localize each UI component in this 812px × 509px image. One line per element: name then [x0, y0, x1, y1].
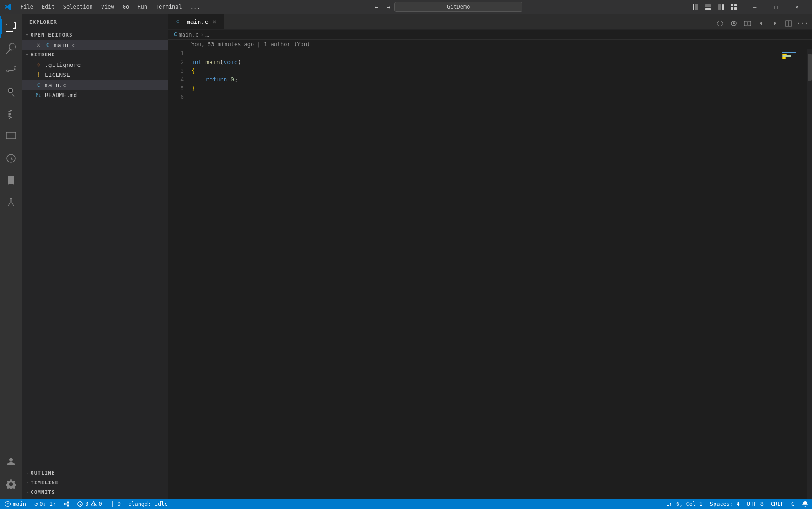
- menu-file[interactable]: File: [16, 2, 37, 11]
- status-encoding-label: UTF-8: [747, 501, 764, 507]
- breadcrumb-file-icon: C: [174, 32, 177, 38]
- code-line-5: }: [191, 84, 780, 92]
- navigate-forward-editor-button[interactable]: [769, 17, 781, 29]
- section-commits[interactable]: › COMMITS: [22, 487, 168, 497]
- activity-accounts[interactable]: [0, 451, 22, 473]
- breadcrumb-filename[interactable]: main.c: [179, 32, 199, 38]
- status-live-share-button[interactable]: [59, 499, 73, 509]
- close-button[interactable]: ✕: [786, 0, 807, 14]
- activity-source-control[interactable]: [0, 60, 22, 81]
- open-changes-button[interactable]: [714, 17, 726, 29]
- status-sync-button[interactable]: ↺ 0↓ 1↑: [31, 499, 59, 509]
- blame-info: You, 53 minutes ago | 1 author (You): [168, 40, 812, 49]
- status-line-ending-button[interactable]: CRLF: [767, 499, 788, 509]
- menu-edit[interactable]: Edit: [38, 2, 59, 11]
- section-open-editors[interactable]: ▾ OPEN EDITORS: [22, 30, 168, 40]
- file-item-gitignore[interactable]: ◇ .gitignore: [22, 60, 168, 70]
- open-preview-button[interactable]: [728, 17, 740, 29]
- status-spaces-button[interactable]: Spaces: 4: [706, 499, 743, 509]
- section-outline[interactable]: › OUTLINE: [22, 468, 168, 478]
- activity-explorer[interactable]: [0, 16, 22, 38]
- line-num-1: 1: [168, 49, 188, 58]
- menu-run[interactable]: Run: [134, 2, 151, 11]
- svg-line-23: [66, 504, 67, 505]
- status-lang-server[interactable]: clangd: idle: [124, 499, 172, 509]
- activity-settings[interactable]: [0, 473, 22, 495]
- section-timeline[interactable]: › TIMELINE: [22, 478, 168, 487]
- line-numbers: 1 2 3 4 5 6: [168, 49, 188, 499]
- title-bar-right: — □ ✕: [685, 0, 812, 14]
- customize-layout-button[interactable]: [728, 1, 740, 13]
- svg-point-10: [9, 89, 12, 92]
- status-position-button[interactable]: Ln 6, Col 1: [662, 499, 706, 509]
- svg-rect-16: [748, 21, 751, 26]
- svg-point-21: [67, 504, 69, 506]
- activity-bookmarks[interactable]: [0, 169, 22, 191]
- open-to-side-button[interactable]: [742, 17, 753, 29]
- status-remote-button[interactable]: main: [0, 499, 31, 509]
- toggle-primary-sidebar-button[interactable]: [689, 1, 701, 13]
- file-item-license[interactable]: ! LICENSE: [22, 70, 168, 80]
- svg-text:!: !: [93, 503, 96, 507]
- minimize-button[interactable]: —: [744, 0, 765, 14]
- status-encoding-button[interactable]: UTF-8: [743, 499, 767, 509]
- line-num-3: 3: [168, 66, 188, 75]
- more-editor-actions-button[interactable]: ···: [796, 17, 808, 29]
- open-editor-main-c[interactable]: ✕ C main.c: [22, 40, 168, 50]
- activity-search[interactable]: [0, 38, 22, 60]
- chevron-open-editors: ▾: [26, 32, 29, 38]
- menu-view[interactable]: View: [97, 2, 118, 11]
- activity-testing[interactable]: [0, 191, 22, 213]
- status-notifications-button[interactable]: [798, 499, 812, 509]
- navigate-back-editor-button[interactable]: [755, 17, 767, 29]
- status-lang-server-label: clangd: idle: [128, 501, 168, 507]
- command-palette[interactable]: GitDemo: [394, 2, 522, 12]
- code-line-2: int main(void): [191, 58, 780, 66]
- minimap: [780, 49, 807, 499]
- menu-more[interactable]: ...: [187, 2, 204, 11]
- file-label-license: LICENSE: [45, 71, 70, 78]
- maximize-button[interactable]: □: [765, 0, 786, 14]
- sidebar: EXPLORER ··· ▾ OPEN EDITORS ✕ C main.c ▾…: [22, 14, 168, 499]
- file-item-main-c[interactable]: C main.c: [22, 80, 168, 90]
- tab-main-c[interactable]: C main.c ✕: [168, 14, 224, 29]
- status-spaces-label: Spaces: 4: [710, 501, 740, 507]
- file-icon-license: !: [35, 71, 42, 78]
- nav-back-button[interactable]: ←: [371, 1, 382, 13]
- section-timeline-label: TIMELINE: [31, 480, 59, 486]
- file-icon-main-c: C: [35, 81, 42, 88]
- nav-forward-button[interactable]: →: [382, 1, 394, 13]
- breadcrumb-more[interactable]: …: [205, 32, 209, 38]
- svg-rect-2: [705, 4, 711, 7]
- activity-run-debug[interactable]: [0, 81, 22, 103]
- activity-timeline[interactable]: [0, 147, 22, 169]
- menu-selection[interactable]: Selection: [59, 2, 97, 11]
- section-gitdemo[interactable]: ▾ GITDEMO: [22, 50, 168, 60]
- status-language-button[interactable]: C: [788, 499, 798, 509]
- status-errors-button[interactable]: ✕ 0 ! 0: [73, 499, 105, 509]
- toggle-secondary-sidebar-button[interactable]: [715, 1, 727, 13]
- menu-terminal[interactable]: Terminal: [152, 2, 186, 11]
- activity-bar: [0, 14, 22, 499]
- toggle-panel-button[interactable]: [702, 1, 714, 13]
- close-editor-main-c[interactable]: ✕: [35, 41, 42, 49]
- file-icon-main-c-open: C: [44, 41, 51, 49]
- sidebar-header-actions: ···: [152, 17, 161, 27]
- file-icon-readme: M↓: [35, 91, 42, 98]
- status-sync-icon: ↺: [34, 501, 38, 507]
- menu-go[interactable]: Go: [119, 2, 133, 11]
- sidebar-more-actions-button[interactable]: ···: [152, 17, 161, 27]
- tab-file-icon: C: [174, 18, 181, 25]
- tab-close-button[interactable]: ✕: [211, 18, 218, 25]
- activity-remote-explorer[interactable]: [0, 125, 22, 147]
- file-item-readme[interactable]: M↓ README.md: [22, 90, 168, 100]
- activity-extensions[interactable]: [0, 103, 22, 125]
- blame-text: You, 53 minutes ago | 1 author (You): [191, 41, 310, 48]
- vertical-scrollbar[interactable]: [807, 49, 812, 499]
- bottom-sections: › OUTLINE › TIMELINE › COMMITS: [22, 466, 168, 499]
- split-editor-button[interactable]: [783, 17, 795, 29]
- code-editor[interactable]: 1 2 3 4 5 6 int main(void) { return 0;: [168, 49, 812, 499]
- code-content[interactable]: int main(void) { return 0; }: [188, 49, 780, 499]
- svg-rect-5: [718, 4, 721, 10]
- status-ports-button[interactable]: 0: [106, 499, 124, 509]
